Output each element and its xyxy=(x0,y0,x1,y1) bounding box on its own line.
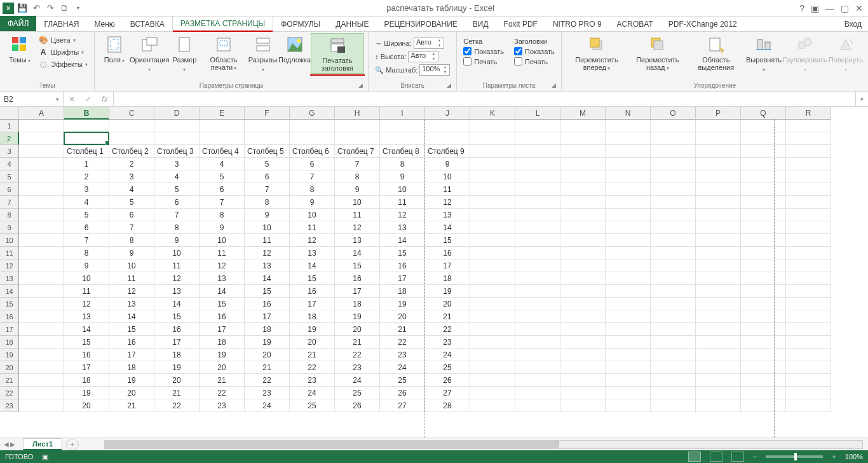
cell[interactable] xyxy=(696,221,741,234)
cell[interactable] xyxy=(560,310,606,323)
cell[interactable]: 14 xyxy=(290,259,335,272)
cell[interactable]: 3 xyxy=(154,158,200,170)
cell[interactable] xyxy=(786,209,831,221)
cell[interactable] xyxy=(741,349,786,361)
cell[interactable] xyxy=(425,132,470,145)
row-header[interactable]: 14 xyxy=(0,285,19,298)
cell[interactable]: 21 xyxy=(425,310,470,323)
cell[interactable] xyxy=(606,183,651,196)
cell[interactable] xyxy=(19,310,64,323)
cell[interactable] xyxy=(651,336,696,349)
cell[interactable] xyxy=(245,120,290,132)
cell[interactable] xyxy=(560,336,606,349)
cell[interactable]: 16 xyxy=(425,247,470,259)
cell[interactable]: 13 xyxy=(154,285,200,298)
redo-icon[interactable]: ↷ xyxy=(44,3,56,14)
height-input[interactable]: ↕Высота:Авто▴▾ xyxy=(372,50,452,63)
zoom-slider[interactable] xyxy=(766,455,823,458)
cell[interactable] xyxy=(19,399,64,412)
tab-nitro[interactable]: NITRO PRO 9 xyxy=(545,17,609,31)
cell[interactable]: 16 xyxy=(380,259,425,272)
cell[interactable] xyxy=(651,221,696,234)
cell[interactable]: 22 xyxy=(335,349,380,361)
cell[interactable]: 15 xyxy=(245,285,290,298)
cell[interactable]: 19 xyxy=(154,361,200,374)
tab-insert[interactable]: ВСТАВКА xyxy=(123,17,172,31)
cell[interactable]: 14 xyxy=(200,285,245,298)
sign-in[interactable]: Вход xyxy=(838,17,868,31)
row-header[interactable]: 16 xyxy=(0,310,19,323)
cell[interactable]: 3 xyxy=(109,170,154,183)
cell[interactable]: 7 xyxy=(335,158,380,170)
cell[interactable] xyxy=(19,336,64,349)
cell[interactable]: 25 xyxy=(425,361,470,374)
tab-view[interactable]: ВИД xyxy=(465,17,496,31)
cell[interactable]: 8 xyxy=(290,183,335,196)
cell[interactable] xyxy=(19,234,64,247)
cell[interactable] xyxy=(786,298,831,310)
cell[interactable]: 17 xyxy=(154,336,200,349)
tab-file[interactable]: ФАЙЛ xyxy=(0,16,36,31)
cell[interactable]: 23 xyxy=(335,361,380,374)
cell[interactable] xyxy=(651,132,696,145)
cell[interactable] xyxy=(19,120,64,132)
headings-view-checkbox[interactable]: Показать xyxy=(512,46,557,56)
cell[interactable] xyxy=(290,132,335,145)
cell[interactable] xyxy=(470,336,515,349)
expand-formula-bar-icon[interactable]: ▾ xyxy=(855,92,868,106)
cell[interactable]: 10 xyxy=(64,272,109,285)
cell[interactable] xyxy=(154,120,200,132)
cell[interactable] xyxy=(786,285,831,298)
cell[interactable] xyxy=(651,374,696,387)
cell[interactable] xyxy=(515,399,560,412)
cell[interactable] xyxy=(606,221,651,234)
column-header[interactable]: K xyxy=(470,107,515,120)
cell[interactable] xyxy=(741,132,786,145)
cell[interactable]: 8 xyxy=(64,247,109,259)
colors-button[interactable]: 🎨Цвета xyxy=(36,34,90,46)
cell[interactable]: 11 xyxy=(245,234,290,247)
row-header[interactable]: 9 xyxy=(0,221,19,234)
cell[interactable] xyxy=(651,272,696,285)
cell[interactable]: 16 xyxy=(245,298,290,310)
cell[interactable]: 15 xyxy=(425,234,470,247)
cell[interactable] xyxy=(786,323,831,336)
cell[interactable] xyxy=(696,183,741,196)
cell[interactable]: 14 xyxy=(425,221,470,234)
cell[interactable]: Столбец 4 xyxy=(200,145,245,158)
cell[interactable] xyxy=(19,259,64,272)
cancel-icon[interactable]: ✕ xyxy=(64,95,80,104)
cell[interactable]: 5 xyxy=(64,209,109,221)
column-header[interactable]: E xyxy=(200,107,245,120)
cell[interactable]: 9 xyxy=(425,158,470,170)
cell[interactable] xyxy=(470,247,515,259)
cell[interactable] xyxy=(606,349,651,361)
cell[interactable] xyxy=(515,374,560,387)
cell[interactable] xyxy=(200,132,245,145)
cell[interactable] xyxy=(606,196,651,209)
cell[interactable] xyxy=(696,247,741,259)
cell[interactable]: 22 xyxy=(245,374,290,387)
page-break-view-icon[interactable] xyxy=(731,452,744,462)
cell[interactable]: 7 xyxy=(109,221,154,234)
cell[interactable] xyxy=(560,285,606,298)
cell[interactable]: 21 xyxy=(109,399,154,412)
cell[interactable]: 4 xyxy=(64,196,109,209)
cell[interactable]: 18 xyxy=(335,298,380,310)
cell[interactable] xyxy=(470,170,515,183)
cell[interactable] xyxy=(515,349,560,361)
cell[interactable]: 19 xyxy=(109,374,154,387)
cell[interactable]: Столбец 7 xyxy=(335,145,380,158)
cell[interactable]: 7 xyxy=(245,183,290,196)
column-header[interactable]: R xyxy=(786,107,831,120)
row-header[interactable]: 4 xyxy=(0,158,19,170)
cell[interactable] xyxy=(515,323,560,336)
cell[interactable]: 4 xyxy=(109,183,154,196)
cell[interactable]: 22 xyxy=(200,387,245,399)
cell[interactable]: 9 xyxy=(245,209,290,221)
cell[interactable]: 18 xyxy=(64,374,109,387)
cell[interactable] xyxy=(560,361,606,374)
new-icon[interactable]: 🗋 xyxy=(58,3,70,14)
tab-foxit[interactable]: Foxit PDF xyxy=(496,17,545,31)
cell[interactable]: 20 xyxy=(200,361,245,374)
